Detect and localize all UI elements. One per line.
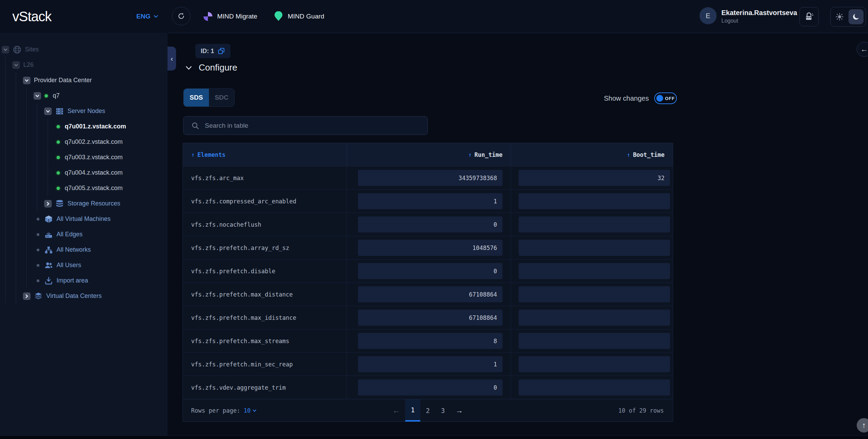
theme-toggle[interactable] <box>830 7 866 27</box>
sidebar-item-all-virtual-machines[interactable]: All Virtual Machines <box>0 211 168 227</box>
sidebar-item-q7u004-z-vstack-com[interactable]: q7u004.z.vstack.com <box>0 165 168 180</box>
sidebar-item-label[interactable]: q7 <box>53 92 60 99</box>
tree-collapse-toggle[interactable] <box>2 46 9 53</box>
tree-collapse-toggle[interactable] <box>12 61 20 69</box>
configure-section-header[interactable]: Configure <box>184 62 237 73</box>
sidebar-item-label[interactable]: All Virtual Machines <box>57 215 111 223</box>
sidebar-item-label[interactable]: L26 <box>23 61 34 68</box>
element-name: vfs.zfs.prefetch.max_streams <box>183 329 347 352</box>
tree-collapse-toggle[interactable] <box>44 108 52 115</box>
sidebar-item-storage-resources[interactable]: Storage Resources <box>0 196 168 211</box>
boot-time-input[interactable] <box>519 286 670 302</box>
tree-expand-toggle[interactable] <box>23 292 30 300</box>
sidebar-item-label[interactable]: q7u004.z.vstack.com <box>65 169 123 176</box>
tab-sdc[interactable]: SDC <box>209 89 234 106</box>
back-button[interactable]: ← <box>857 42 868 57</box>
run-time-input[interactable]: 0 <box>358 263 503 279</box>
boot-time-input[interactable] <box>519 310 670 326</box>
boot-time-input[interactable]: 32 <box>519 170 670 186</box>
boot-time-input[interactable] <box>519 333 670 349</box>
run-time-input[interactable]: 1 <box>358 193 503 209</box>
sidebar-item-all-edges[interactable]: All Edges <box>0 227 168 242</box>
sidebar-item-label[interactable]: Virtual Data Centers <box>46 292 102 300</box>
run-time-input[interactable]: 0 <box>358 216 503 233</box>
edge-icon <box>44 230 53 239</box>
column-header-boot-time[interactable]: ↑ Boot_time <box>511 143 673 166</box>
tree-indent-guide <box>42 180 53 196</box>
mind-guard-link[interactable]: MIND Guard <box>273 0 324 33</box>
sidebar-item-label[interactable]: q7u002.z.vstack.com <box>65 138 123 146</box>
boot-time-cell <box>511 283 673 306</box>
sidebar-item-q7[interactable]: q7 <box>0 88 168 103</box>
sidebar-item-import-area[interactable]: Import area <box>0 273 168 288</box>
next-page-button[interactable]: → <box>450 406 468 415</box>
avatar[interactable]: E <box>699 7 717 24</box>
boot-time-input[interactable] <box>519 263 670 279</box>
run-time-input[interactable]: 34359738368 <box>358 170 503 186</box>
sidebar-item-label[interactable]: Provider Data Center <box>34 77 92 84</box>
column-header-run-time[interactable]: ↑ Run_time <box>347 143 511 166</box>
sds-sdc-tab-group: SDS SDC <box>183 88 235 107</box>
sidebar-item-l26[interactable]: L26 <box>0 57 168 73</box>
sidebar-item-q7u003-z-vstack-com[interactable]: q7u003.z.vstack.com <box>0 150 168 165</box>
sidebar-item-provider-data-center[interactable]: Provider Data Center <box>0 73 168 88</box>
sidebar-item-server-nodes[interactable]: Server Nodes <box>0 103 168 119</box>
boot-time-input[interactable] <box>519 193 670 209</box>
page-button-2[interactable]: 2 <box>420 399 435 422</box>
page-button-1[interactable]: 1 <box>405 399 420 422</box>
boot-time-input[interactable] <box>519 240 670 256</box>
mind-migrate-link[interactable]: MIND Migrate <box>203 0 257 33</box>
sidebar-collapse-handle[interactable]: ‹ <box>168 47 176 71</box>
boot-time-input[interactable] <box>519 356 670 372</box>
sidebar-item-label[interactable]: Sites <box>25 46 39 53</box>
sidebar-item-label[interactable]: All Users <box>57 262 81 269</box>
page-button-3[interactable]: 3 <box>435 399 450 422</box>
sidebar-item-label[interactable]: q7u001.z.vstack.com <box>65 123 126 130</box>
sidebar-item-sites[interactable]: Sites <box>0 42 168 57</box>
sidebar-item-label[interactable]: All Networks <box>57 246 91 253</box>
sidebar-item-virtual-data-centers[interactable]: Virtual Data Centers <box>0 288 168 304</box>
sidebar-item-all-networks[interactable]: All Networks <box>0 242 168 258</box>
rows-per-page-select[interactable]: 10 <box>244 407 257 414</box>
copy-icon[interactable] <box>218 47 225 55</box>
dark-theme-option[interactable] <box>848 9 864 24</box>
sidebar-item-q7u002-z-vstack-com[interactable]: q7u002.z.vstack.com <box>0 134 168 150</box>
run-time-input[interactable]: 1048576 <box>358 240 503 256</box>
search-input[interactable] <box>204 122 427 130</box>
run-time-input[interactable]: 67108864 <box>358 286 503 302</box>
light-theme-option[interactable] <box>831 13 848 21</box>
sidebar-item-all-users[interactable]: All Users <box>0 258 168 273</box>
sidebar-item-q7u001-z-vstack-com[interactable]: q7u001.z.vstack.com <box>0 119 168 134</box>
tree-collapse-toggle[interactable] <box>34 92 41 100</box>
run-time-input[interactable]: 1 <box>358 356 503 372</box>
sidebar-item-label[interactable]: Import area <box>57 277 88 284</box>
language-selector[interactable]: ENG <box>136 0 159 33</box>
tab-sds[interactable]: SDS <box>184 89 209 106</box>
previous-page-button[interactable]: ← <box>387 406 405 415</box>
sidebar-item-label[interactable]: q7u003.z.vstack.com <box>65 154 123 161</box>
refresh-button[interactable] <box>172 7 190 25</box>
sidebar-item-label[interactable]: Server Nodes <box>67 108 105 115</box>
logout-link[interactable]: Logout <box>721 18 738 24</box>
sidebar-item-q7u005-z-vstack-com[interactable]: q7u005.z.vstack.com <box>0 180 168 196</box>
column-header-elements[interactable]: ↑ Elements <box>183 143 347 166</box>
change-password-button[interactable]: *** <box>799 7 819 26</box>
tree-expand-toggle[interactable] <box>44 200 52 208</box>
server-icon <box>55 107 64 116</box>
run-time-input[interactable]: 67108864 <box>358 310 503 326</box>
sidebar-item-label[interactable]: Storage Resources <box>67 200 120 207</box>
run-time-input[interactable]: 8 <box>358 333 503 349</box>
table-row: vfs.zfs.arc_max3435973836832 <box>183 166 673 189</box>
sidebar-item-label[interactable]: q7u005.z.vstack.com <box>65 185 123 192</box>
show-changes-toggle[interactable]: OFF <box>654 92 677 104</box>
tree-indent-guide <box>32 180 42 196</box>
boot-time-cell <box>511 236 673 259</box>
sidebar-item-label[interactable]: All Edges <box>57 231 83 238</box>
scroll-to-top-button[interactable]: ↑ <box>857 418 868 432</box>
tree-collapse-toggle[interactable] <box>23 77 30 84</box>
tree-indent-guide <box>21 258 32 273</box>
boot-time-input[interactable] <box>519 216 670 233</box>
run-time-input[interactable]: 0 <box>358 379 503 396</box>
boot-time-input[interactable] <box>519 379 670 396</box>
node-status-dot <box>57 156 60 159</box>
